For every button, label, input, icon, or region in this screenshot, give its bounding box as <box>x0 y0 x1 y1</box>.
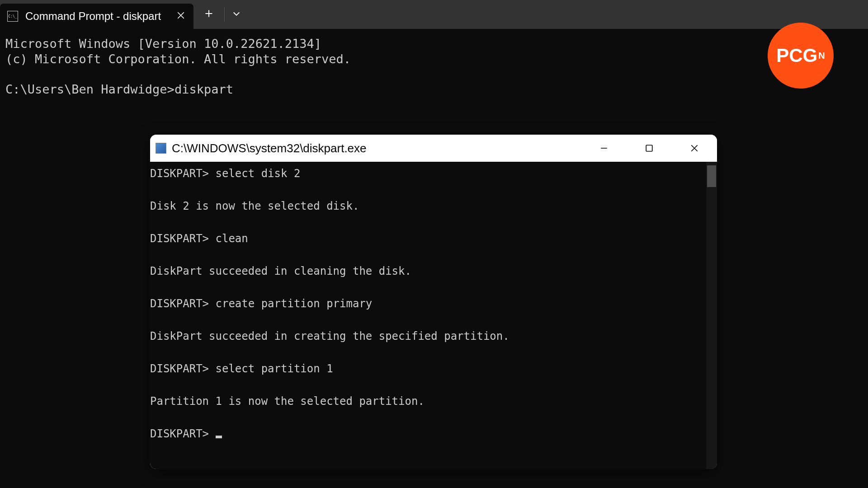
pcgn-logo-badge: PCGN <box>768 23 834 89</box>
tab-dropdown-button[interactable] <box>232 9 241 20</box>
scrollbar-thumb[interactable] <box>707 165 716 187</box>
close-tab-button[interactable] <box>175 11 186 22</box>
terminal-tab-active[interactable]: C:\_ Command Prompt - diskpart <box>0 4 193 29</box>
diskpart-body: DISKPART> select disk 2 Disk 2 is now th… <box>150 162 717 469</box>
terminal-output[interactable]: Microsoft Windows [Version 10.0.22621.21… <box>0 29 868 104</box>
cmd-icon: C:\_ <box>7 11 18 22</box>
diskpart-line: DISKPART> select partition 1 <box>150 362 333 375</box>
diskpart-window-title: C:\WINDOWS\system32\diskpart.exe <box>172 141 367 155</box>
diskpart-line: Disk 2 is now the selected disk. <box>150 200 359 212</box>
terminal-command: diskpart <box>175 82 233 96</box>
cursor <box>216 436 222 438</box>
diskpart-line: DiskPart succeeded in creating the speci… <box>150 330 509 343</box>
tab-title: Command Prompt - diskpart <box>25 10 161 23</box>
terminal-line: Microsoft Windows [Version 10.0.22621.21… <box>5 37 321 51</box>
diskpart-line: Partition 1 is now the selected partitio… <box>150 395 425 408</box>
diskpart-line: DISKPART> <box>150 427 216 440</box>
window-controls <box>581 135 717 162</box>
maximize-button[interactable] <box>627 135 672 162</box>
badge-main: PCG <box>776 45 817 66</box>
terminal-tab-bar: C:\_ Command Prompt - diskpart <box>0 0 868 29</box>
svg-rect-0 <box>646 145 652 151</box>
diskpart-line: DISKPART> create partition primary <box>150 297 372 310</box>
new-tab-button[interactable] <box>204 8 213 21</box>
diskpart-line: DISKPART> clean <box>150 232 248 245</box>
badge-sup: N <box>818 51 825 61</box>
diskpart-line: DiskPart succeeded in cleaning the disk. <box>150 265 411 277</box>
close-button[interactable] <box>672 135 717 162</box>
terminal-line: (c) Microsoft Corporation. All rights re… <box>5 52 351 66</box>
scrollbar[interactable] <box>706 162 717 469</box>
diskpart-line: DISKPART> select disk 2 <box>150 167 300 180</box>
diskpart-window: C:\WINDOWS\system32\diskpart.exe DISKPAR… <box>150 135 717 469</box>
tab-divider <box>224 7 225 22</box>
diskpart-output[interactable]: DISKPART> select disk 2 Disk 2 is now th… <box>150 162 717 446</box>
console-icon <box>156 143 166 154</box>
minimize-button[interactable] <box>581 135 627 162</box>
terminal-prompt: C:\Users\Ben Hardwidge> <box>5 82 175 96</box>
diskpart-titlebar[interactable]: C:\WINDOWS\system32\diskpart.exe <box>150 135 717 162</box>
